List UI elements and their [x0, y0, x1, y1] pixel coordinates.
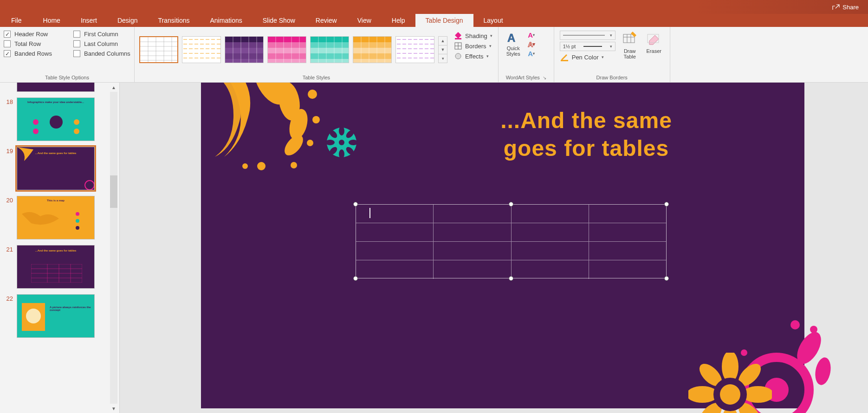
scroll-down-icon[interactable]: ▼ — [439, 45, 447, 54]
svg-point-98 — [257, 162, 266, 170]
svg-point-77 — [85, 181, 94, 190]
group-label: Table Style Options — [4, 74, 130, 81]
table-cell[interactable] — [434, 205, 511, 223]
chk-first-column[interactable]: First Column — [73, 31, 118, 38]
table-cell[interactable] — [356, 205, 434, 223]
tab-file[interactable]: File — [0, 14, 33, 27]
scroll-thumb[interactable] — [110, 175, 117, 208]
tab-animations[interactable]: Animations — [200, 14, 252, 27]
table-style-4[interactable] — [267, 36, 306, 63]
table-cell[interactable] — [589, 223, 666, 241]
chk-header-row[interactable]: Header Row — [4, 31, 64, 38]
resize-handle[interactable] — [664, 202, 669, 206]
shading-button[interactable]: Shading ▾ — [454, 32, 492, 40]
svg-point-75 — [33, 129, 39, 134]
draw-table-button[interactable]: Draw Table — [620, 31, 640, 63]
shading-icon — [454, 32, 462, 40]
table-cell[interactable] — [356, 242, 434, 260]
quick-styles-button[interactable]: A Quick Styles — [504, 31, 523, 57]
eraser-button[interactable]: Eraser — [644, 31, 664, 63]
slide-thumb-21[interactable]: 21 ...And the same goes for tables — [0, 242, 109, 291]
text-cursor — [369, 208, 370, 218]
svg-rect-46 — [353, 53, 391, 59]
tab-home[interactable]: Home — [33, 14, 71, 27]
table-cell[interactable] — [434, 242, 511, 260]
resize-handle[interactable] — [509, 202, 513, 206]
table-cell[interactable] — [589, 260, 666, 279]
slide-thumb-22[interactable]: 22 A picture always reinforces the conce… — [0, 291, 109, 341]
slide-canvas[interactable]: ...And the same goes for tables — [201, 83, 804, 408]
tab-layout[interactable]: Layout — [473, 14, 513, 27]
table-cell[interactable] — [434, 260, 511, 279]
slide-thumb-17[interactable] — [0, 83, 109, 95]
table-cell[interactable] — [434, 223, 511, 241]
table-style-3[interactable] — [225, 36, 264, 63]
svg-text:A: A — [507, 32, 515, 44]
table-cell[interactable] — [512, 223, 589, 241]
share-button[interactable]: Share — [832, 3, 859, 11]
pen-color-button[interactable]: Pen Color ▾ — [560, 53, 615, 61]
group-label: Table Styles — [138, 74, 494, 81]
chk-last-column[interactable]: Last Column — [73, 40, 118, 47]
dropdown-icon: ▾ — [602, 55, 604, 59]
tab-slideshow[interactable]: Slide Show — [253, 14, 305, 27]
table-cell[interactable] — [589, 205, 666, 223]
chk-banded-columns[interactable]: Banded Columns — [73, 50, 130, 57]
table-cell[interactable] — [356, 260, 434, 279]
pen-style-select[interactable]: ▾ — [560, 31, 615, 40]
svg-point-74 — [74, 119, 79, 125]
slide-thumb-19[interactable]: 19 ...And the same goes for tables — [0, 144, 109, 193]
slide-table[interactable] — [356, 204, 667, 278]
table-style-2[interactable] — [182, 36, 221, 63]
text-effects-button[interactable]: A▾ — [525, 49, 538, 58]
group-label: WordArt Styles ↘ — [502, 74, 550, 81]
scroll-more-icon[interactable]: ▾ — [439, 54, 447, 63]
svg-rect-19 — [225, 53, 263, 59]
tab-design[interactable]: Design — [107, 14, 148, 27]
table-cell[interactable] — [512, 242, 589, 260]
scroll-up-icon[interactable]: ▲ — [439, 37, 447, 45]
svg-rect-20 — [225, 59, 263, 63]
svg-rect-29 — [268, 59, 306, 63]
resize-handle[interactable] — [353, 202, 358, 206]
svg-rect-28 — [268, 53, 306, 59]
chk-total-row[interactable]: Total Row — [4, 40, 64, 47]
resize-handle[interactable] — [664, 276, 669, 281]
table-cell[interactable] — [512, 205, 589, 223]
table-style-5[interactable] — [310, 36, 349, 63]
tab-insert[interactable]: Insert — [71, 14, 107, 27]
table-cell[interactable] — [512, 260, 589, 279]
tab-transitions[interactable]: Transitions — [148, 14, 200, 27]
svg-point-115 — [790, 320, 800, 329]
svg-point-95 — [312, 116, 320, 123]
slide-scrollbar: ▲ ▼ — [108, 83, 119, 413]
effects-button[interactable]: Effects ▾ — [454, 52, 492, 60]
text-outline-button[interactable]: A▾ — [525, 40, 538, 48]
table-grid[interactable] — [356, 204, 667, 278]
text-fill-button[interactable]: A▾ — [525, 31, 538, 39]
svg-point-73 — [33, 119, 39, 125]
share-icon — [832, 3, 840, 11]
table-style-6[interactable] — [353, 36, 392, 63]
table-cell[interactable] — [356, 223, 434, 241]
slide-thumb-18[interactable]: 18 Infographics make your idea understab… — [0, 95, 109, 144]
pen-weight-select[interactable]: 1½ pt ▾ — [560, 42, 615, 51]
chk-banded-rows[interactable]: Banded Rows — [4, 50, 64, 57]
tab-table-design[interactable]: Table Design — [415, 14, 473, 27]
scroll-track[interactable] — [110, 92, 117, 404]
scroll-down-button[interactable]: ▼ — [110, 405, 117, 412]
table-style-1[interactable] — [139, 36, 178, 63]
dialog-launcher-icon[interactable]: ↘ — [543, 75, 546, 80]
borders-button[interactable]: Borders ▾ — [454, 42, 492, 50]
tab-review[interactable]: Review — [305, 14, 347, 27]
resize-handle[interactable] — [353, 276, 358, 281]
tab-view[interactable]: View — [347, 14, 382, 27]
checkbox-icon — [73, 31, 80, 38]
table-cell[interactable] — [589, 242, 666, 260]
resize-handle[interactable] — [509, 276, 513, 281]
slide-title[interactable]: ...And the same goes for tables — [401, 107, 772, 162]
table-style-7[interactable] — [395, 36, 434, 63]
scroll-up-button[interactable]: ▲ — [110, 84, 117, 91]
tab-help[interactable]: Help — [382, 14, 415, 27]
slide-thumb-20[interactable]: 20 This is a map — [0, 193, 109, 242]
